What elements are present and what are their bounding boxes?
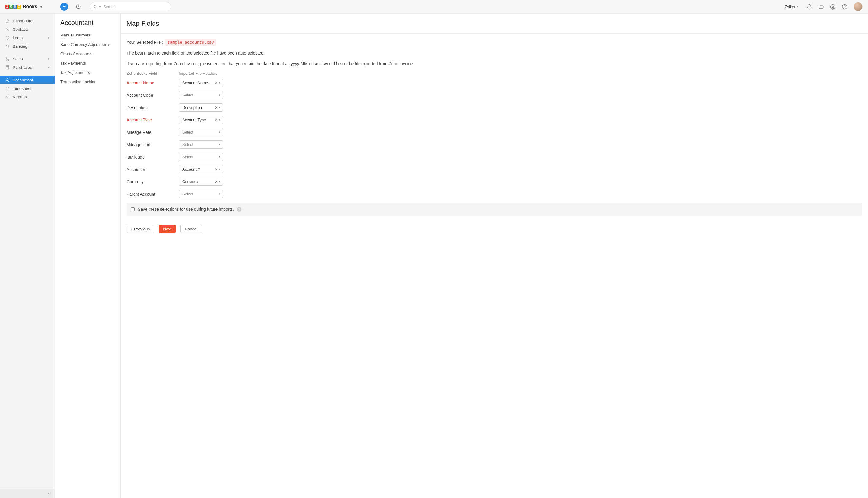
field-select[interactable]: Currency✕▾	[179, 178, 223, 186]
svg-point-7	[6, 60, 7, 61]
field-select[interactable]: Account Name✕▾	[179, 79, 223, 87]
app-name: Books	[23, 4, 37, 9]
select-value: Select	[182, 93, 219, 97]
nav-item-reports[interactable]: Reports	[0, 93, 55, 101]
subnav-item-manual-journals[interactable]: Manual Journals	[55, 30, 120, 40]
subnav-item-transaction-locking[interactable]: Transaction Locking	[55, 77, 120, 87]
nav-item-label: Accountant	[13, 78, 33, 82]
field-label: Account Code	[126, 93, 179, 98]
previous-button[interactable]: ‹ Previous	[126, 225, 154, 233]
chevron-down-icon: ▾	[40, 5, 42, 9]
field-row: Account #Account #✕▾	[126, 165, 862, 173]
folder-button[interactable]	[818, 4, 824, 10]
next-button[interactable]: Next	[159, 225, 176, 233]
field-row: IsMileageSelect▾	[126, 153, 862, 161]
field-label: Parent Account	[126, 192, 179, 197]
nav-item-label: Sales	[13, 57, 23, 61]
search-input[interactable]	[90, 2, 171, 11]
nav-item-accountant[interactable]: Accountant	[0, 76, 55, 84]
app-logo[interactable]: Z O H O Books ▾	[5, 4, 42, 9]
select-value: Select	[182, 142, 219, 147]
nav-item-label: Items	[13, 36, 23, 40]
search-scope-dropdown-icon[interactable]: ▼	[99, 5, 101, 8]
selected-file-row: Your Selected File : sample_accounts.csv	[126, 40, 862, 44]
logo-letter: O	[17, 4, 21, 9]
main-content: Map Fields Your Selected File : sample_a…	[121, 14, 868, 498]
field-select[interactable]: Select▾	[179, 91, 223, 99]
chevron-right-icon: ▸	[48, 57, 50, 60]
field-select[interactable]: Select▾	[179, 190, 223, 198]
nav-item-dashboard[interactable]: Dashboard	[0, 16, 55, 25]
select-value: Select	[182, 155, 219, 159]
nav-item-sales[interactable]: Sales▸	[0, 55, 55, 63]
field-select[interactable]: Select▾	[179, 128, 223, 136]
help-tooltip-icon[interactable]: ?	[237, 207, 241, 212]
nav-item-label: Timesheet	[13, 86, 32, 91]
nav-item-label: Reports	[13, 95, 27, 99]
info-text: If you are importing from Zoho Invoice, …	[126, 61, 862, 67]
chevron-down-icon: ▾	[219, 81, 220, 84]
logo-letter: Z	[5, 4, 9, 9]
svg-point-1	[94, 5, 96, 8]
subnav-item-tax-payments[interactable]: Tax Payments	[55, 58, 120, 68]
search-wrap: ▼	[90, 2, 171, 11]
org-selector[interactable]: Zylker ▾	[785, 4, 798, 9]
nav-item-contacts[interactable]: Contacts	[0, 25, 55, 34]
clear-icon[interactable]: ✕	[215, 81, 218, 85]
clear-icon[interactable]: ✕	[215, 106, 218, 109]
col-header-imported: Imported File Headers	[179, 71, 218, 76]
field-row: Account NameAccount Name✕▾	[126, 79, 862, 87]
nav-item-items[interactable]: Items▸	[0, 34, 55, 42]
field-label: Mileage Unit	[126, 142, 179, 147]
chevron-right-icon: ▸	[48, 36, 50, 39]
logo-letter: O	[9, 4, 13, 9]
cancel-button[interactable]: Cancel	[180, 225, 202, 233]
svg-point-8	[8, 60, 9, 61]
quick-create-button[interactable]: +	[60, 3, 68, 11]
subnav-item-chart-of-accounts[interactable]: Chart of Accounts	[55, 49, 120, 58]
svg-point-9	[6, 78, 8, 80]
svg-point-6	[6, 28, 8, 29]
select-value: Select	[182, 192, 219, 196]
chevron-right-icon: ▸	[48, 66, 50, 69]
clear-icon[interactable]: ✕	[215, 180, 218, 184]
chevron-down-icon: ▾	[219, 118, 220, 121]
field-select[interactable]: Select▾	[179, 141, 223, 149]
save-selections-checkbox[interactable]	[131, 207, 135, 211]
svg-rect-10	[6, 87, 9, 90]
nav-item-banking[interactable]: Banking	[0, 42, 55, 50]
notifications-button[interactable]	[806, 4, 812, 10]
avatar[interactable]	[854, 2, 863, 11]
nav-item-purchases[interactable]: Purchases▸	[0, 63, 55, 71]
banking-icon	[5, 44, 10, 49]
field-select[interactable]: Account #✕▾	[179, 165, 223, 173]
subnav-item-tax-adjustments[interactable]: Tax Adjustments	[55, 68, 120, 77]
field-select[interactable]: Description✕▾	[179, 103, 223, 112]
save-selections-label: Save these selections for use during fut…	[138, 207, 234, 212]
clear-icon[interactable]: ✕	[215, 118, 218, 122]
reports-icon	[5, 94, 10, 99]
items-icon	[5, 35, 10, 40]
field-row: Account CodeSelect▾	[126, 91, 862, 99]
recent-history-button[interactable]	[75, 4, 81, 10]
logo-letter: H	[13, 4, 17, 9]
nav-item-timesheet[interactable]: Timesheet	[0, 84, 55, 93]
collapse-nav-button[interactable]	[0, 489, 55, 498]
chevron-left-icon: ‹	[131, 227, 132, 231]
help-button[interactable]	[842, 4, 847, 10]
select-value: Account Type	[182, 118, 215, 122]
chevron-down-icon: ▾	[219, 193, 220, 195]
previous-button-label: Previous	[134, 227, 150, 231]
chevron-left-icon	[47, 492, 50, 495]
clear-icon[interactable]: ✕	[215, 168, 218, 171]
topbar: Z O H O Books ▾ + ▼ Zylker ▾	[0, 0, 868, 14]
next-button-label: Next	[163, 227, 172, 231]
select-value: Description	[182, 105, 215, 110]
field-select[interactable]: Account Type✕▾	[179, 116, 223, 124]
purchases-icon	[5, 65, 10, 70]
left-nav: DashboardContactsItems▸Banking Sales▸Pur…	[0, 14, 55, 498]
field-select[interactable]: Select▾	[179, 153, 223, 161]
settings-button[interactable]	[830, 4, 836, 10]
subnav-item-base-currency-adjustments[interactable]: Base Currency Adjustments	[55, 40, 120, 49]
field-label: Account Name	[126, 80, 179, 85]
